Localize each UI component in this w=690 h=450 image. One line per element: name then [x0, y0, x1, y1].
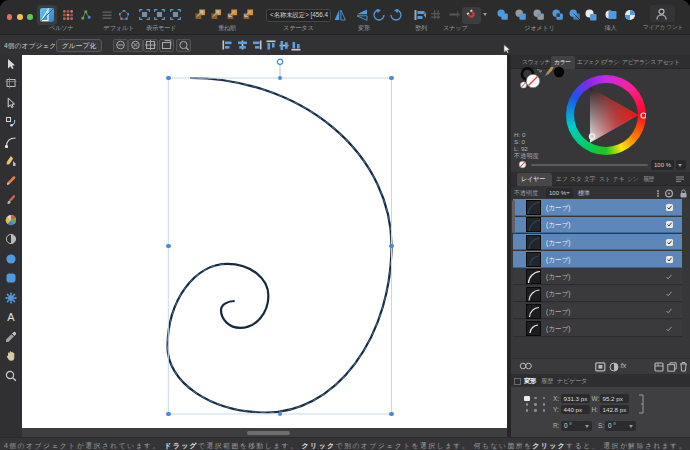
svg-text:A: A	[7, 311, 15, 323]
